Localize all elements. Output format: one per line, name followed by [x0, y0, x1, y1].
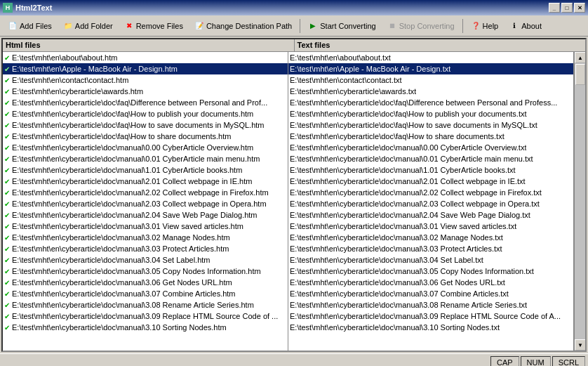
title-bar-buttons: _ □ ✕ [549, 3, 585, 13]
table-row[interactable]: E:\test\mht\en\about\about.txt [288, 52, 573, 63]
table-row[interactable]: E:\test\mht\en\cyberarticle\doc\manual\2… [288, 198, 573, 209]
table-row[interactable]: E:\test\mht\en\cyberarticle\doc\manual\3… [288, 266, 573, 277]
table-row[interactable]: E:\test\mht\en\cyberarticle\doc\manual\2… [288, 187, 573, 198]
status-bar: CAP NUM SCRL [0, 353, 588, 366]
table-row[interactable]: ✔E:\test\mht\en\cyberarticle\doc\manual\… [3, 266, 288, 277]
table-row[interactable]: E:\test\mht\en\cyberarticle\doc\manual\3… [288, 288, 573, 299]
table-row[interactable]: E:\test\mht\en\cyberarticle\awards.txt [288, 86, 573, 97]
about-icon: ℹ [509, 21, 519, 31]
title-bar-text: Html2Text [15, 4, 549, 12]
table-row[interactable]: ✔E:\test\mht\en\cyberarticle\doc\manual\… [3, 187, 288, 198]
table-row[interactable]: E:\test\mht\en\cyberarticle\doc\manual\3… [288, 311, 573, 322]
add-folder-icon: 📁 [63, 21, 73, 31]
table-row[interactable]: ✔E:\test\mht\en\cyberarticle\doc\manual\… [3, 176, 288, 187]
remove-files-icon: ✖ [124, 21, 134, 31]
table-row[interactable]: ✔E:\test\mht\en\cyberarticle\doc\faq\Dif… [3, 97, 288, 108]
num-status: NUM [521, 356, 551, 367]
table-row[interactable]: E:\test\mht\en\cyberarticle\doc\manual\3… [288, 322, 573, 333]
table-row[interactable]: ✔E:\test\mht\en\cyberarticle\doc\manual\… [3, 277, 288, 288]
table-row[interactable]: ✔E:\test\mht\en\cyberarticle\doc\faq\How… [3, 131, 288, 142]
table-row[interactable]: E:\test\mht\en\cyberarticle\doc\manual\3… [288, 254, 573, 266]
title-bar: H Html2Text _ □ ✕ [0, 0, 588, 15]
add-files-button[interactable]: 📄 Add Files [3, 18, 57, 34]
table-row[interactable]: ✔E:\test\mht\en\cyberarticle\doc\manual\… [3, 221, 288, 232]
table-row[interactable]: ✔E:\test\mht\en\cyberarticle\doc\faq\How… [3, 119, 288, 131]
check-icon: ✔ [4, 54, 10, 62]
table-row[interactable]: ✔E:\test\mht\en\cyberarticle\doc\manual\… [3, 311, 288, 322]
html-file-list[interactable]: ✔E:\test\mht\en\about\about.htm✔E:\test\… [3, 52, 288, 351]
check-icon: ✔ [4, 245, 10, 253]
table-row[interactable]: E:\test\mht\en\contact\contact.txt [288, 74, 573, 86]
scroll-track [575, 63, 585, 339]
table-row[interactable]: ✔E:\test\mht\en\cyberarticle\doc\manual\… [3, 322, 288, 333]
table-row[interactable]: E:\test\mht\en\cyberarticle\doc\manual\1… [288, 164, 573, 176]
table-row[interactable]: ✔E:\test\mht\en\cyberarticle\awards.htm [3, 86, 288, 97]
start-converting-button[interactable]: ▶ Start Converting [303, 18, 380, 34]
table-row[interactable]: E:\test\mht\en\Apple - MacBook Air - Des… [288, 63, 573, 74]
scroll-down-button[interactable]: ▼ [575, 339, 585, 351]
scroll-up-button[interactable]: ▲ [575, 52, 585, 63]
table-row[interactable]: ✔E:\test\mht\en\cyberarticle\doc\manual\… [3, 232, 288, 243]
help-button[interactable]: ❓ Help [466, 18, 504, 34]
add-folder-button[interactable]: 📁 Add Folder [58, 18, 118, 34]
check-icon: ✔ [4, 166, 10, 174]
check-icon: ✔ [4, 268, 10, 275]
change-dest-button[interactable]: 📝 Change Destination Path [189, 18, 297, 34]
table-row[interactable]: ✔E:\test\mht\en\cyberarticle\doc\manual\… [3, 254, 288, 266]
minimize-button[interactable]: _ [549, 3, 560, 13]
txt-file-list[interactable]: E:\test\mht\en\about\about.txtE:\test\mh… [288, 52, 574, 351]
table-row[interactable]: ✔E:\test\mht\en\cyberarticle\doc\faq\How… [3, 108, 288, 119]
check-icon: ✔ [4, 65, 10, 73]
column-headers: Html files Text files [3, 39, 585, 52]
table-row[interactable]: E:\test\mht\en\cyberarticle\doc\manual\3… [288, 243, 573, 254]
table-row[interactable]: ✔E:\test\mht\en\cyberarticle\doc\manual\… [3, 209, 288, 221]
toolbar-separator-1 [300, 19, 300, 33]
change-dest-icon: 📝 [194, 21, 204, 31]
check-icon: ✔ [4, 256, 10, 264]
table-row[interactable]: ✔E:\test\mht\en\cyberarticle\doc\manual\… [3, 198, 288, 209]
check-icon: ✔ [4, 301, 10, 309]
check-icon: ✔ [4, 313, 10, 320]
table-row[interactable]: ✔E:\test\mht\en\Apple - MacBook Air - De… [3, 63, 288, 74]
check-icon: ✔ [4, 178, 10, 185]
stop-converting-button[interactable]: ⏹ Stop Converting [382, 18, 460, 34]
check-icon: ✔ [4, 290, 10, 298]
table-row[interactable]: E:\test\mht\en\cyberarticle\doc\manual\3… [288, 232, 573, 243]
table-row[interactable]: E:\test\mht\en\cyberarticle\doc\manual\2… [288, 209, 573, 221]
table-row[interactable]: E:\test\mht\en\cyberarticle\doc\faq\How … [288, 108, 573, 119]
table-row[interactable]: E:\test\mht\en\cyberarticle\doc\manual\3… [288, 221, 573, 232]
scroll-thumb[interactable] [575, 64, 585, 85]
check-icon: ✔ [4, 189, 10, 197]
check-icon: ✔ [4, 110, 10, 118]
table-row[interactable]: E:\test\mht\en\cyberarticle\doc\faq\How … [288, 131, 573, 142]
toolbar: 📄 Add Files 📁 Add Folder ✖ Remove Files … [0, 15, 588, 37]
table-row[interactable]: E:\test\mht\en\cyberarticle\doc\manual\0… [288, 142, 573, 153]
table-row[interactable]: E:\test\mht\en\cyberarticle\doc\manual\0… [288, 153, 573, 164]
table-row[interactable]: E:\test\mht\en\cyberarticle\doc\manual\3… [288, 277, 573, 288]
table-row[interactable]: ✔E:\test\mht\en\contact\contact.htm [3, 74, 288, 86]
table-row[interactable]: ✔E:\test\mht\en\cyberarticle\doc\manual\… [3, 288, 288, 299]
table-row[interactable]: E:\test\mht\en\cyberarticle\doc\manual\2… [288, 176, 573, 187]
stop-icon: ⏹ [387, 21, 397, 31]
html-files-header: Html files [3, 39, 295, 51]
table-row[interactable]: ✔E:\test\mht\en\cyberarticle\doc\manual\… [3, 142, 288, 153]
about-button[interactable]: ℹ About [505, 18, 547, 34]
check-icon: ✔ [4, 200, 10, 208]
add-files-icon: 📄 [8, 21, 18, 31]
table-row[interactable]: E:\test\mht\en\cyberarticle\doc\manual\3… [288, 299, 573, 311]
table-row[interactable]: ✔E:\test\mht\en\cyberarticle\doc\manual\… [3, 299, 288, 311]
table-row[interactable]: ✔E:\test\mht\en\cyberarticle\doc\manual\… [3, 243, 288, 254]
check-icon: ✔ [4, 99, 10, 107]
table-row[interactable]: ✔E:\test\mht\en\cyberarticle\doc\manual\… [3, 164, 288, 176]
table-row[interactable]: ✔E:\test\mht\en\cyberarticle\doc\manual\… [3, 153, 288, 164]
table-row[interactable]: ✔E:\test\mht\en\about\about.htm [3, 52, 288, 63]
scrl-status: SCRL [552, 356, 585, 367]
table-row[interactable]: E:\test\mht\en\cyberarticle\doc\faq\Diff… [288, 97, 573, 108]
close-button[interactable]: ✕ [574, 3, 585, 13]
start-icon: ▶ [308, 21, 318, 31]
app-icon: H [3, 3, 13, 13]
maximize-button[interactable]: □ [561, 3, 573, 13]
scrollbar[interactable]: ▲ ▼ [574, 52, 585, 351]
remove-files-button[interactable]: ✖ Remove Files [119, 18, 188, 34]
table-row[interactable]: E:\test\mht\en\cyberarticle\doc\faq\How … [288, 119, 573, 131]
